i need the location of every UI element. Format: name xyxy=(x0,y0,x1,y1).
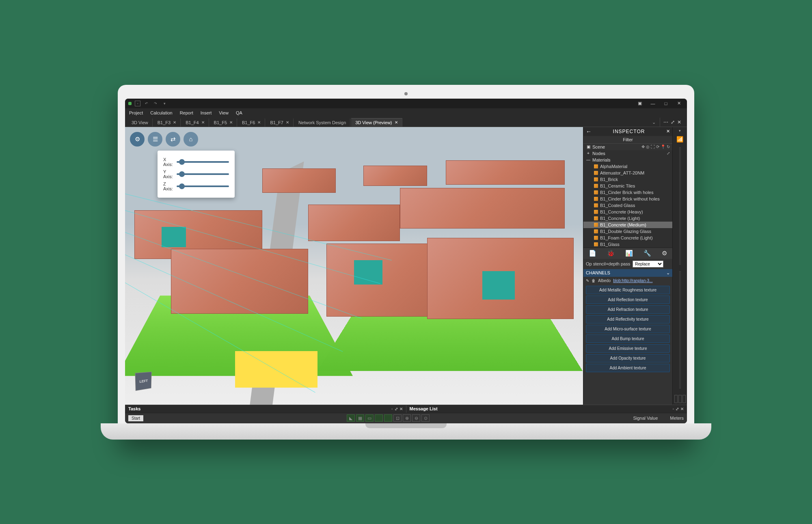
refresh-icon[interactable]: ⟳ xyxy=(656,144,659,149)
fullscreen-icon[interactable]: ⤢ xyxy=(667,151,670,155)
pin-icon[interactable]: ⤢ xyxy=(671,119,675,125)
material-item[interactable]: B1_Cinder Brick with holes xyxy=(583,189,672,196)
channels-header[interactable]: CHANNELS ⌄ xyxy=(583,269,672,277)
orientation-gizmo[interactable]: LEFT xyxy=(135,372,159,397)
material-item[interactable]: B1_Concrete (Light) xyxy=(583,215,672,222)
cog-icon[interactable]: ⚙ xyxy=(662,250,667,257)
pin2-icon[interactable]: 📍 xyxy=(661,144,665,149)
material-item[interactable]: AlphaMaterial xyxy=(583,163,672,170)
zoom-region-icon[interactable]: ⊙ xyxy=(421,414,430,422)
dropdown-icon[interactable]: ▾ xyxy=(162,101,167,106)
save-icon[interactable]: ▫ xyxy=(135,101,140,106)
close-icon[interactable]: ✕ xyxy=(229,120,233,125)
material-item[interactable]: B1_Brick xyxy=(583,176,672,183)
tab-network-system-design[interactable]: Network System Design xyxy=(294,119,350,127)
close-icon[interactable]: ✕ xyxy=(257,120,261,125)
close-icon[interactable]: ✕ xyxy=(201,120,205,125)
panel-close-icon[interactable]: ✕ xyxy=(400,407,403,411)
menu-report[interactable]: Report xyxy=(180,110,193,115)
inspector-close-button[interactable]: ✕ xyxy=(666,129,670,134)
stencil-select[interactable]: Replace xyxy=(633,261,663,267)
zoom-to-fit-icon[interactable]: ⊡ xyxy=(393,414,402,422)
z-axis-slider[interactable] xyxy=(177,185,229,187)
tab-b1-f4[interactable]: B1_F4✕ xyxy=(181,119,209,127)
panel-pin-icon[interactable]: ⤢ xyxy=(676,407,679,411)
tool-5[interactable] xyxy=(384,414,392,422)
undo-icon[interactable]: ↶ xyxy=(144,101,149,106)
panel-pin-icon[interactable]: ⤢ xyxy=(395,407,398,411)
materials-row[interactable]: — Materials xyxy=(583,157,672,163)
antenna-icon[interactable]: ▾ xyxy=(679,129,681,133)
material-item[interactable]: B1_Ceramic Tiles xyxy=(583,183,672,189)
channel-button[interactable]: Add Metallic Roughness texture xyxy=(586,286,670,294)
channel-button[interactable]: Add Reflectivity texture xyxy=(586,315,670,323)
tab-b1-f7[interactable]: B1_F7✕ xyxy=(266,119,293,127)
doc-icon[interactable]: 📄 xyxy=(589,250,596,257)
filter-button[interactable]: ☰ xyxy=(148,132,162,147)
scene-row[interactable]: ▣ Scene ✥ ◎ ⛶ ⟳ 📍 ↻ xyxy=(583,144,672,150)
menu-project[interactable]: Project xyxy=(129,110,143,115)
channel-button[interactable]: Add Emissive texture xyxy=(586,344,670,353)
slider-track-2[interactable] xyxy=(679,271,681,388)
albedo-link[interactable]: blob:http://ranplan-3... xyxy=(613,278,670,283)
tool-3[interactable]: ▭ xyxy=(365,414,374,422)
nodes-row[interactable]: + Nodes ⤢ xyxy=(583,150,672,157)
minimize-button[interactable]: — xyxy=(648,99,658,108)
material-item[interactable]: B1_Foam Concrete (Light) xyxy=(583,235,672,241)
close-window-button[interactable]: ✕ xyxy=(674,99,684,108)
close-icon[interactable]: ✕ xyxy=(173,120,176,125)
panel-dock-icon[interactable]: ▫ xyxy=(391,407,393,411)
tool-2[interactable]: ▦ xyxy=(356,414,364,422)
channel-button[interactable]: Add Opacity texture xyxy=(586,354,670,362)
more-icon[interactable]: ⋯ xyxy=(663,119,668,125)
menu-view[interactable]: View xyxy=(219,110,229,115)
y-axis-slider[interactable] xyxy=(177,173,229,175)
trash-icon[interactable]: 🗑 xyxy=(592,278,596,283)
settings-button[interactable]: ⚙ xyxy=(130,132,145,147)
panel-dock-icon[interactable]: ▫ xyxy=(672,407,674,411)
move-icon[interactable]: ✥ xyxy=(641,144,645,149)
channel-button[interactable]: Add Bump texture xyxy=(586,334,670,343)
channel-button[interactable]: Add Reflection texture xyxy=(586,295,670,304)
material-item[interactable]: B1_Double Glazing Glass xyxy=(583,228,672,235)
material-item[interactable]: Attenuator_ATT-20NM xyxy=(583,170,672,176)
pencil-icon[interactable]: ✎ xyxy=(586,278,589,283)
ribbon-toggle-icon[interactable]: ▣ xyxy=(635,99,645,108)
tab-b1-f3[interactable]: B1_F3✕ xyxy=(153,119,181,127)
inspector-back-button[interactable]: ← xyxy=(586,128,592,135)
maximize-button[interactable]: □ xyxy=(661,99,671,108)
menu-qa[interactable]: QA xyxy=(236,110,242,115)
gizmo-cube[interactable]: LEFT xyxy=(135,371,151,390)
x-axis-slider[interactable] xyxy=(177,161,229,163)
tool-4[interactable] xyxy=(375,414,383,422)
tab-b1-f5[interactable]: B1_F5✕ xyxy=(210,119,237,127)
bug-icon[interactable]: 🐞 xyxy=(607,250,615,257)
3d-viewport[interactable]: ⚙ ☰ ⇄ ⌂ X Axis: Y Axis: Z Axis: LEFT xyxy=(125,127,583,405)
channel-button[interactable]: Add Refraction texture xyxy=(586,305,670,314)
material-item[interactable]: B1_Concrete (Heavy) xyxy=(583,209,672,215)
wrench-icon[interactable]: 🔧 xyxy=(644,250,651,257)
redo-icon[interactable]: ↷ xyxy=(153,101,158,106)
tabs-overflow-chevron[interactable]: ⌄ xyxy=(649,118,659,127)
slider-track-1[interactable] xyxy=(679,147,681,265)
material-item[interactable]: B1_Cinder Brick without holes xyxy=(583,196,672,202)
tab-b1-f6[interactable]: B1_F6✕ xyxy=(238,119,265,127)
tool-1[interactable]: ◣ xyxy=(347,414,355,422)
channel-button[interactable]: Add Ambient texture xyxy=(586,364,670,372)
close-icon[interactable]: ✕ xyxy=(395,120,398,125)
zoom-out-icon[interactable]: ⊖ xyxy=(412,414,420,422)
expand-icon[interactable]: ⛶ xyxy=(651,144,655,149)
close-icon[interactable]: ✕ xyxy=(286,120,289,125)
close-panel-icon[interactable]: ✕ xyxy=(677,119,681,125)
channel-button[interactable]: Add Micro-surface texture xyxy=(586,325,670,333)
tasks-panel-header[interactable]: Tasks ▫⤢✕ xyxy=(125,405,406,413)
inspector-filter-input[interactable]: Filter xyxy=(583,136,672,144)
tab-3d-view-preview-[interactable]: 3D View (Preview)✕ xyxy=(351,118,402,127)
zoom-in-icon[interactable]: ⊕ xyxy=(403,414,411,422)
menu-calculation[interactable]: Calculation xyxy=(150,110,172,115)
material-item[interactable]: B1_Coated Glass xyxy=(583,202,672,209)
start-button[interactable]: Start xyxy=(128,415,143,421)
panel-close-icon[interactable]: ✕ xyxy=(680,407,684,411)
reload-icon[interactable]: ↻ xyxy=(667,144,670,149)
signal-icon[interactable]: 📶 xyxy=(676,136,683,142)
